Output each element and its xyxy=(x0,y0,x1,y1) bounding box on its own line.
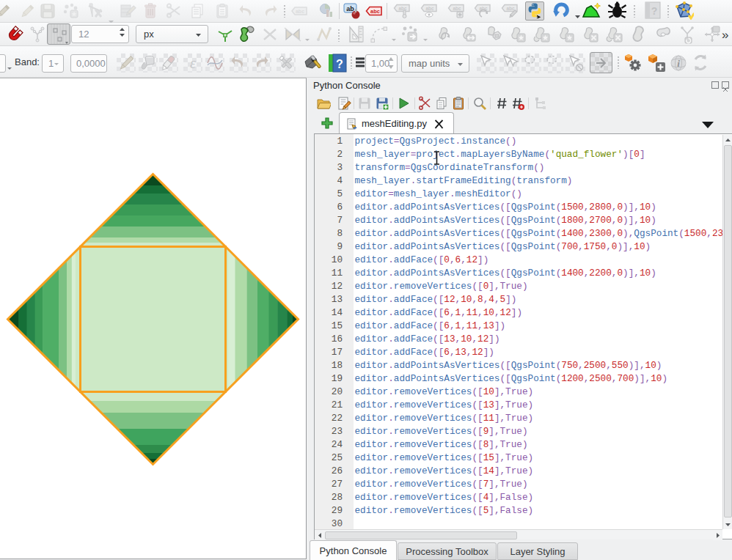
svg-text:abc: abc xyxy=(296,9,304,14)
svg-text:i: i xyxy=(677,58,680,69)
svg-text:?: ? xyxy=(651,5,658,17)
svg-text:ε: ε xyxy=(190,55,196,71)
svg-text:abc: abc xyxy=(425,6,434,11)
svg-text:abc: abc xyxy=(398,6,407,11)
svg-text:abc: abc xyxy=(506,6,515,11)
svg-text:abc: abc xyxy=(453,6,461,11)
svg-text:abc: abc xyxy=(370,8,380,15)
svg-text:ab: ab xyxy=(346,5,354,12)
svg-text:?: ? xyxy=(336,58,343,70)
